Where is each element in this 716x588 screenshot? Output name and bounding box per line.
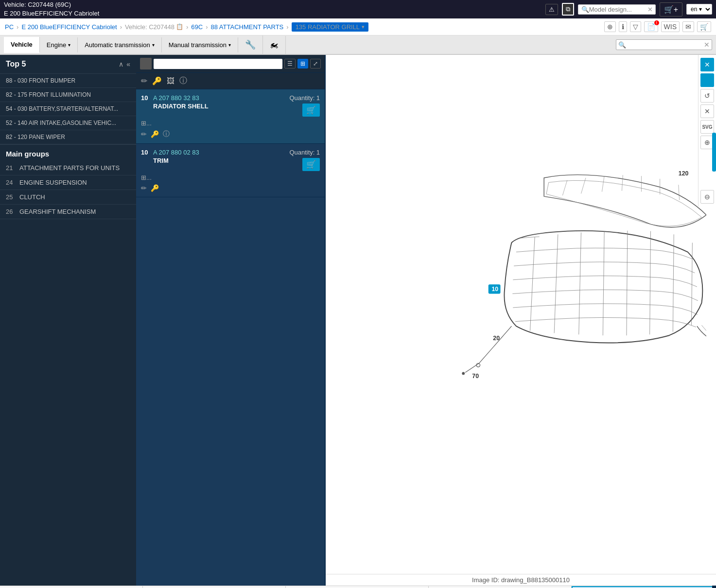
thumb-item-1[interactable]: 030 FRONT BUMPER ✎	[143, 586, 286, 588]
drawing-right-trim	[697, 242, 716, 346]
wis-btn[interactable]: WIS	[661, 21, 680, 32]
part-grid-0: ⊞...	[141, 120, 320, 127]
close-drawing-btn[interactable]: ✕	[700, 58, 714, 71]
info-btn[interactable]: ℹ	[619, 21, 627, 32]
part-key-1[interactable]: 🔑	[151, 184, 159, 192]
document-btn[interactable]: 📄!	[644, 21, 658, 32]
image-btn[interactable]: 🖼	[167, 77, 175, 86]
parts-color-swatch	[140, 58, 152, 69]
list-view-btn[interactable]: ☰	[284, 59, 296, 69]
tab-search-clear-btn[interactable]: ✕	[704, 41, 710, 49]
top5-item-3[interactable]: 52 - 140 AIR INTAKE,GASOLINE VEHIC...	[0, 116, 136, 130]
circle-btn[interactable]: ●	[700, 73, 714, 87]
tab-vehicle[interactable]: Vehicle	[4, 37, 40, 53]
svg-line-0	[562, 180, 567, 195]
add-to-cart-0[interactable]: 🛒	[302, 104, 320, 117]
sep3: ›	[186, 23, 188, 31]
top5-item-1[interactable]: 82 - 175 FRONT ILLUMINATION	[0, 88, 136, 102]
add-to-cart-1[interactable]: 🛒	[302, 158, 320, 171]
tab-manual[interactable]: Manual transmission ▾	[162, 37, 238, 52]
breadcrumb-69c[interactable]: 69C	[191, 23, 203, 31]
mail-btn[interactable]: ✉	[682, 21, 694, 32]
part-qty-0: Quantity: 1	[289, 94, 320, 102]
key-btn[interactable]: 🔑	[152, 76, 162, 86]
svg-line-6	[679, 185, 680, 200]
part-code-0: A 207 880 32 83	[153, 94, 289, 102]
group-item-1[interactable]: 24 ENGINE SUSPENSION	[0, 175, 136, 190]
part-name-1: TRIM	[153, 157, 289, 164]
group-item-0[interactable]: 21 ATTACHMENT PARTS FOR UNITS	[0, 161, 136, 175]
group-label-1: ENGINE SUSPENSION	[19, 179, 87, 186]
group-item-2[interactable]: 25 CLUTCH	[0, 190, 136, 205]
grid-view-btn[interactable]: ⊞	[297, 59, 308, 69]
zoom-scroll-bar[interactable]	[712, 133, 716, 172]
zoom-in-btn[interactable]: ⊕	[604, 21, 616, 32]
breadcrumb-attachment[interactable]: 88 ATTACHMENT PARTS	[211, 23, 284, 31]
svg-line-2	[602, 176, 604, 191]
main-groups-header: Main groups	[0, 145, 136, 161]
label-120: 120	[679, 170, 689, 177]
breadcrumb-vehicle-id[interactable]: Vehicle: C207448 📋	[125, 23, 183, 31]
reload-btn[interactable]: ↺	[700, 89, 714, 103]
svg-line-11	[627, 231, 628, 336]
top5-item-0[interactable]: 88 - 030 FRONT BUMPER	[0, 74, 136, 88]
copy-btn[interactable]: ⧉	[562, 3, 574, 16]
breadcrumb-pc[interactable]: PC	[5, 23, 14, 31]
breadcrumb-current: 135 RADIATOR GRILL ▾	[292, 22, 368, 32]
breadcrumb-vehicle-line[interactable]: E 200 BlueEFFICIENCY Cabriolet	[21, 23, 117, 31]
label-70: 70	[472, 373, 479, 380]
part-pos-0: 10	[141, 94, 153, 102]
group-item-3[interactable]: 26 GEARSHIFT MECHANISM	[0, 205, 136, 219]
part-item-1[interactable]: 10 A 207 880 02 83 TRIM Quantity: 1 🛒 ⊞.…	[136, 144, 325, 197]
top5-item-2[interactable]: 54 - 030 BATTERY,STARTER/ALTERNAT...	[0, 102, 136, 116]
expand-view-btn[interactable]: ⤢	[310, 59, 321, 69]
thumb-item-3[interactable]: 120 ENGINE HOOD ✎	[429, 586, 572, 588]
top5-list: 88 - 030 FRONT BUMPER 82 - 175 FRONT ILL…	[0, 74, 136, 145]
part-edit-1[interactable]: ✏	[141, 184, 147, 192]
model-search-input[interactable]	[589, 6, 647, 13]
add-to-cart-header-btn[interactable]: 🛒+	[660, 2, 682, 17]
vehicle-name: E 200 BlueEFFICIENCY Cabriolet	[4, 9, 99, 18]
part-pos-1: 10	[141, 149, 153, 156]
part-item-0[interactable]: 10 A 207 880 32 83 RADIATOR SHELL Quanti…	[136, 89, 325, 144]
part-info-0[interactable]: ⓘ	[163, 130, 170, 138]
tab-search-input[interactable]	[626, 41, 704, 49]
search-clear-icon[interactable]: ✕	[647, 6, 653, 13]
compare-btn[interactable]: ✕	[700, 104, 714, 118]
zoom-minus-btn[interactable]: ⊖	[700, 190, 714, 204]
svg-btn[interactable]: SVG	[700, 120, 714, 134]
label-20: 20	[493, 335, 500, 342]
pencil-btn[interactable]: ✏	[141, 76, 147, 86]
tab-engine[interactable]: Engine ▾	[40, 37, 78, 52]
language-select[interactable]: en ▾	[686, 4, 712, 15]
thumb-item-0[interactable]: 015 FRONT FENDER ✎	[0, 586, 143, 588]
tab-wrench[interactable]: 🔧	[238, 35, 263, 54]
info-sub-btn[interactable]: ⓘ	[179, 76, 187, 86]
top5-collapse-btn[interactable]: ∧	[119, 60, 123, 68]
part-actions-0: ✏ 🔑 ⓘ	[141, 130, 320, 138]
top5-item-4[interactable]: 82 - 120 PANE WIPER	[0, 130, 136, 144]
image-id-bar: Image ID: drawing_B88135000110	[326, 574, 716, 586]
part-key-0[interactable]: 🔑	[151, 130, 159, 138]
group-label-0: ATTACHMENT PARTS FOR UNITS	[19, 164, 120, 172]
group-num-3: 26	[6, 208, 16, 215]
filter-btn[interactable]: ▽	[630, 21, 641, 32]
thumb-item-2[interactable]: 075 REAR BUMPER ✎	[286, 586, 429, 588]
group-num-2: 25	[6, 193, 16, 201]
vehicle-info: Vehicle: C207448 (69C) E 200 BlueEFFICIE…	[4, 0, 99, 18]
warning-btn[interactable]: ⚠	[545, 4, 558, 15]
part-qty-1: Quantity: 1	[289, 149, 320, 156]
top5-title: Top 5	[6, 60, 26, 69]
sep4: ›	[206, 23, 208, 31]
thumb-label-3: 120 ENGINE HOOD ✎	[429, 586, 571, 588]
sep1: ›	[17, 23, 18, 31]
top5-minimize-btn[interactable]: «	[126, 60, 130, 68]
thumb-item-4[interactable]: 135 RADIATOR GRILL ✎	[572, 586, 716, 588]
parts-drawing-svg: 120 20 70 10 10	[326, 55, 716, 533]
parts-search-input[interactable]	[154, 59, 282, 69]
tab-automatic[interactable]: Automatic transmission ▾	[78, 37, 161, 52]
cart-bc-btn[interactable]: 🛒	[697, 21, 711, 32]
part-code-1: A 207 880 02 83	[153, 149, 289, 156]
tab-bike[interactable]: 🏍	[263, 36, 286, 54]
part-edit-0[interactable]: ✏	[141, 130, 147, 138]
